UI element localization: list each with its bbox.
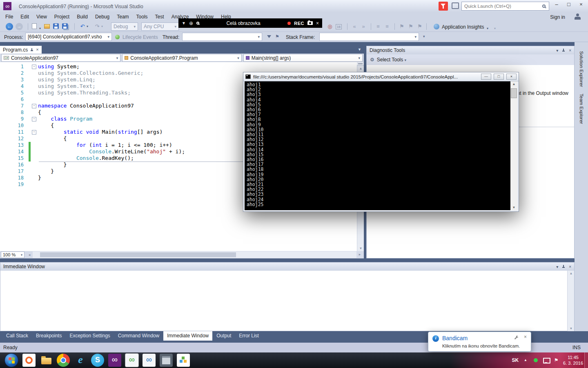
window-position-icon[interactable]: ▾	[556, 265, 558, 269]
tab-close-icon[interactable]: ×	[36, 47, 38, 52]
save-icon[interactable]	[53, 23, 59, 30]
side-tab-team-explorer[interactable]: Team Explorer	[579, 94, 584, 124]
active-files-dropdown-icon[interactable]: ▼	[358, 47, 361, 52]
bandicam-popup[interactable]: i Bandicam Kliknutím na ikonu obnovíte B…	[428, 332, 531, 352]
stack-frame-dropdown[interactable]: ▾	[319, 33, 419, 41]
bottom-tab-exception-settings[interactable]: Exception Settings	[66, 331, 114, 341]
console-title-bar[interactable]: file:///c:/users/neymar/documents/visual…	[243, 72, 519, 81]
pin-icon[interactable]	[562, 265, 565, 268]
zoom-dropdown[interactable]: 100 %▾	[1, 251, 24, 258]
solution-platform-dropdown[interactable]: Any CPU▾	[141, 22, 179, 31]
menu-item-project[interactable]: Project	[51, 12, 73, 21]
visual-studio-green-icon[interactable]	[125, 354, 138, 367]
immediate-window-content[interactable]: ▲ ▼	[0, 271, 575, 331]
toolbar-options-icon[interactable]: ▾	[423, 34, 425, 38]
close-icon[interactable]: ×	[569, 48, 571, 53]
diagnostic-tools-title-bar[interactable]: Diagnostic Tools ▾ ×	[366, 46, 575, 54]
member-dropdown[interactable]: Main(string[] args)▾	[243, 54, 363, 62]
bottom-tab-error-list[interactable]: Error List	[235, 331, 263, 341]
photo-app-icon[interactable]	[177, 354, 190, 367]
pin-icon[interactable]	[562, 49, 565, 52]
immediate-window-title-bar[interactable]: Immediate Window ▾ ×	[0, 262, 575, 271]
show-desktop-button[interactable]	[584, 352, 588, 368]
chrome-icon[interactable]	[57, 354, 70, 367]
minimize-button[interactable]: —	[481, 74, 491, 80]
app-window-icon[interactable]	[160, 354, 173, 367]
bottom-tab-immediate-window[interactable]: Immediate Window	[163, 331, 212, 341]
code-line-1[interactable]: 1using System;	[0, 63, 357, 70]
menu-item-edit[interactable]: Edit	[17, 12, 33, 21]
hidden-icons-chevron[interactable]	[522, 357, 529, 364]
explorer-folder-icon[interactable]	[40, 354, 53, 367]
settings-wrench-icon[interactable]	[514, 335, 519, 341]
send-feedback-icon[interactable]	[452, 2, 459, 9]
minimize-button[interactable]: –	[550, 0, 563, 10]
notifications-icon[interactable]	[439, 2, 448, 11]
window-position-icon[interactable]: ▾	[556, 48, 558, 53]
menu-item-tools[interactable]: Tools	[133, 12, 151, 21]
bandicam-recording-bar[interactable]: ▼ ⊕ Celá obrazovka REC ×	[178, 18, 322, 28]
bandicam-tray-icon[interactable]	[532, 357, 539, 364]
navigate-forward-document-icon[interactable]: »	[359, 22, 368, 30]
navigate-forward-icon[interactable]: →	[16, 23, 23, 30]
bottom-tab-command-window[interactable]: Command Window	[114, 331, 163, 341]
taskbar-clock[interactable]: 11:45 6. 3. 2016	[563, 355, 583, 366]
scroll-right-icon[interactable]: ▸	[356, 252, 363, 256]
indent-decrease-icon[interactable]: ≡	[374, 22, 382, 30]
close-button[interactable]: ×	[575, 0, 587, 10]
display-icon[interactable]	[543, 357, 549, 364]
visual-studio-purple-icon[interactable]	[108, 354, 121, 367]
hex-display-icon[interactable]: 16	[336, 24, 342, 29]
flag-threads-icon[interactable]: ⚑	[275, 34, 279, 39]
pin-icon[interactable]	[30, 48, 33, 52]
immediate-vertical-scrollbar[interactable]: ▲ ▼	[567, 271, 574, 331]
menu-item-debug[interactable]: Debug	[91, 12, 113, 21]
console-client-area[interactable]: ahoj1ahoj2ahoj3ahoj4ahoj5ahoj6ahoj7ahoj8…	[245, 81, 517, 210]
editor-horizontal-scrollbar[interactable]: ▸	[33, 251, 356, 258]
project-dropdown[interactable]: C# ConsoleApplication97▾	[1, 54, 120, 62]
solution-configuration-dropdown[interactable]: Debug▾	[111, 22, 138, 31]
indent-increase-icon[interactable]: ≡	[383, 22, 391, 30]
process-dropdown[interactable]: [6940] ConsoleApplication97.vsho▾	[25, 33, 112, 41]
application-insights-icon[interactable]	[434, 23, 439, 29]
internet-explorer-icon[interactable]	[74, 354, 87, 367]
new-file-icon[interactable]	[32, 23, 37, 30]
action-center-icon[interactable]	[553, 357, 559, 364]
toolbar-options-icon[interactable]: ▾	[494, 25, 496, 31]
bottom-tab-output[interactable]: Output	[213, 331, 235, 341]
sign-in-link[interactable]: Sign in	[550, 14, 565, 20]
bottom-tab-breakpoints[interactable]: Breakpoints	[32, 331, 65, 341]
open-file-icon[interactable]	[44, 24, 50, 30]
scrollbar-thumb[interactable]	[511, 88, 517, 98]
tab-program-cs[interactable]: Program.cs ×	[0, 46, 42, 54]
show-threads-icon[interactable]: ◎	[326, 22, 334, 30]
bandicam-icon[interactable]	[22, 354, 36, 367]
editor-splitter-handle[interactable]	[357, 62, 364, 66]
menu-item-build[interactable]: Build	[73, 12, 91, 21]
zoom-icon[interactable]	[196, 22, 199, 25]
menu-item-team[interactable]: Team	[113, 12, 132, 21]
menu-item-file[interactable]: File	[2, 12, 17, 21]
console-window[interactable]: file:///c:/users/neymar/documents/visual…	[243, 72, 519, 212]
scrollbar-thumb[interactable]	[40, 252, 236, 257]
language-indicator[interactable]: SK	[512, 357, 519, 363]
bookmark-previous-icon[interactable]: ⚑	[407, 22, 415, 30]
bottom-tab-call-stack[interactable]: Call Stack	[2, 331, 32, 341]
target-icon[interactable]: ⊕	[189, 20, 193, 26]
skype-icon[interactable]	[91, 354, 104, 367]
chevron-down-icon[interactable]: ▼	[182, 21, 186, 25]
lifecycle-events-dropdown[interactable]: Lifecycle Events	[122, 34, 158, 40]
close-icon[interactable]: ×	[316, 20, 319, 26]
maximize-button[interactable]: □	[494, 74, 504, 80]
save-all-icon[interactable]	[62, 23, 68, 30]
scroll-left-icon[interactable]: ◂	[26, 253, 33, 257]
select-tools-dropdown[interactable]: Select Tools ▾	[377, 57, 406, 63]
camera-icon[interactable]	[307, 21, 313, 25]
visual-studio-blue-icon[interactable]	[143, 354, 156, 367]
close-button[interactable]: ×	[506, 74, 517, 80]
side-tab-solution-explorer[interactable]: Solution Explorer	[579, 51, 584, 87]
application-insights-dropdown-icon[interactable]: ▾	[487, 25, 488, 31]
maximize-button[interactable]: □	[563, 0, 575, 10]
user-avatar-icon[interactable]	[574, 13, 581, 20]
filter-threads-icon[interactable]	[267, 35, 271, 38]
